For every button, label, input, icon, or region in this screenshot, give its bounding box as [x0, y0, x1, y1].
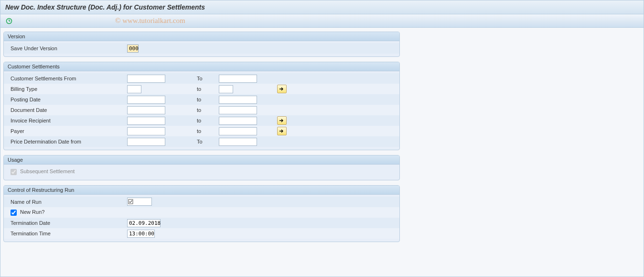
- payer-multi-button[interactable]: [277, 127, 287, 135]
- posting-date-to-label: to: [197, 97, 219, 102]
- price-det-label: Price Determination Date from: [6, 139, 127, 144]
- group-header-usage: Usage: [4, 155, 399, 165]
- term-time-value[interactable]: 13:00:00: [127, 230, 155, 238]
- required-icon: [128, 199, 133, 204]
- watermark: © www.tutorialkart.com: [115, 17, 185, 25]
- cs-to-input[interactable]: [219, 75, 257, 83]
- group-header-version: Version: [4, 32, 399, 41]
- doc-date-to-label: to: [197, 107, 219, 113]
- execute-button[interactable]: [4, 16, 14, 26]
- cs-from-label: Customer Settlements From: [6, 76, 127, 81]
- price-det-from-input[interactable]: [127, 138, 165, 146]
- payer-to-input[interactable]: [219, 127, 257, 135]
- cs-from-input[interactable]: [127, 75, 165, 83]
- group-header-cs: Customer Settlements: [4, 62, 399, 71]
- clock-execute-icon: [6, 18, 12, 24]
- arrow-right-icon: [279, 129, 284, 133]
- group-usage: Usage Subsequent Settlement: [3, 155, 400, 180]
- name-of-run-input[interactable]: [127, 198, 152, 206]
- inv-recip-from-input[interactable]: [127, 117, 165, 125]
- billing-type-to-label: to: [197, 86, 219, 92]
- posting-date-to-input[interactable]: [219, 96, 257, 104]
- inv-recip-to-input[interactable]: [219, 117, 257, 125]
- term-time-label: Termination Time: [6, 231, 127, 236]
- billing-type-label: Billing Type: [6, 86, 127, 92]
- price-det-to-input[interactable]: [219, 138, 257, 146]
- billing-type-from-input[interactable]: [127, 85, 141, 93]
- name-of-run-label: Name of Run: [6, 199, 127, 205]
- toolbar: © www.tutorialkart.com: [0, 14, 644, 28]
- page-title: New Doc. Index Structure (Doc. Adj.) for…: [0, 0, 644, 14]
- billing-type-multi-button[interactable]: [277, 85, 287, 93]
- save-under-version-label: Save Under Version: [6, 45, 127, 51]
- doc-date-label: Document Date: [6, 107, 127, 113]
- new-run-checkbox[interactable]: [11, 210, 17, 216]
- payer-to-label: to: [197, 128, 219, 134]
- posting-date-label: Posting Date: [6, 97, 127, 102]
- inv-recip-label: Invoice Recipient: [6, 118, 127, 123]
- save-under-version-value[interactable]: 000: [127, 44, 139, 53]
- new-run-label: New Run?: [20, 209, 44, 215]
- cs-to-label: To: [197, 76, 219, 81]
- term-date-label: Termination Date: [6, 220, 127, 226]
- inv-recip-to-label: to: [197, 118, 219, 123]
- payer-label: Payer: [6, 128, 127, 134]
- price-det-to-label: To: [197, 139, 219, 144]
- posting-date-from-input[interactable]: [127, 96, 165, 104]
- group-customer-settlements: Customer Settlements Customer Settlement…: [3, 62, 400, 150]
- arrow-right-icon: [279, 87, 284, 91]
- subsequent-settlement-checkbox: [11, 169, 17, 175]
- term-date-value[interactable]: 02.09.2018: [127, 219, 161, 227]
- doc-date-from-input[interactable]: [127, 106, 165, 114]
- subsequent-settlement-label: Subsequent Settlement: [20, 168, 75, 174]
- arrow-right-icon: [279, 119, 284, 122]
- payer-from-input[interactable]: [127, 127, 165, 135]
- doc-date-to-input[interactable]: [219, 106, 257, 114]
- inv-recip-multi-button[interactable]: [277, 116, 287, 125]
- group-header-control: Control of Restructuring Run: [4, 186, 399, 195]
- group-version: Version Save Under Version 000: [3, 32, 400, 57]
- group-control-run: Control of Restructuring Run Name of Run: [3, 185, 400, 242]
- billing-type-to-input[interactable]: [219, 85, 233, 93]
